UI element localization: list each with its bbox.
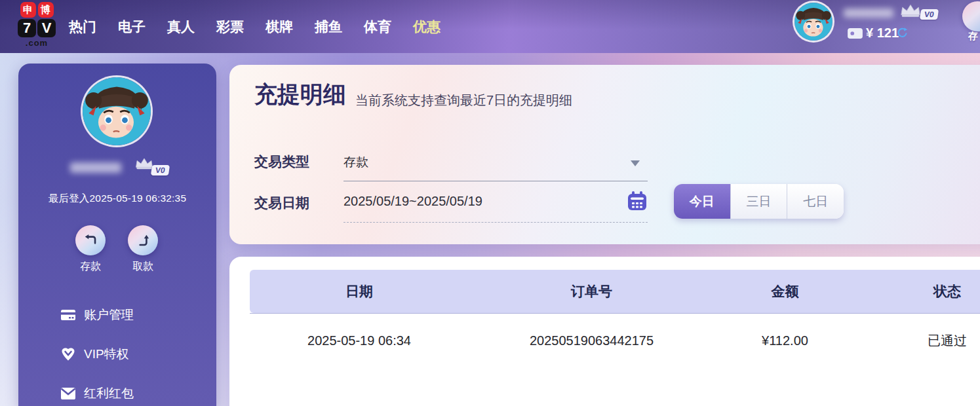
brand-badge-2: 博 [38,2,54,18]
username-blurred [70,162,121,173]
cell-order-no: 20250519063442175 [469,313,715,368]
withdraw-button[interactable] [128,225,158,255]
user-avatar[interactable] [794,3,833,41]
deposit-details-panel: 充提明细 当前系统支持查询最近7日的充提明细 交易类型 存款 交易日期 2025… [229,65,980,244]
records-table: 日期 订单号 金额 状态 2025-05-19 06:34 2025051906… [250,270,980,368]
cell-amount: ¥112.00 [715,313,855,368]
nav-item-live[interactable]: 真人 [167,18,195,36]
nav-item-hot[interactable]: 热门 [69,18,96,36]
vip-level-badge[interactable]: V0 [151,165,170,175]
vip-level-badge[interactable]: V0 [920,9,939,20]
transaction-type-label: 交易类型 [254,153,309,171]
refresh-balance-icon[interactable] [896,27,909,39]
chevron-down-icon[interactable] [631,160,640,171]
withdraw-arrow-icon [134,232,151,249]
avatar-illustration [83,77,151,145]
nav-item-promo[interactable]: 优惠 [413,18,441,36]
brand-badges: 申 博 [16,2,58,18]
nav-item-lottery[interactable]: 彩票 [216,18,244,36]
vip-shield-icon [60,346,76,362]
top-nav: 申 博 7 V .com 热门 电子 真人 彩票 棋牌 捕鱼 体育 优惠 [0,0,980,53]
sidebar-item-vip[interactable]: VIP特权 [60,346,129,363]
header-order-no: 订单号 [469,270,715,313]
brand-key-v: V [37,19,56,37]
type-underline [343,181,648,181]
calendar-icon[interactable] [626,190,648,212]
brand-key-7: 7 [18,19,36,37]
wallet-icon [847,27,863,39]
cell-status: 已通过 [855,313,980,368]
floating-deposit-label: 存 [968,30,978,43]
sidebar-item-account[interactable]: 账户管理 [60,306,134,323]
sidebar: V0 最后登入2025-05-19 06:32:35 存款 取款 账户管理 VI… [18,64,216,406]
range-7day-button[interactable]: 七日 [787,184,844,219]
page-title: 充提明细 [254,79,346,110]
avatar-illustration [794,3,833,41]
date-underline [343,222,648,223]
nav-item-sports[interactable]: 体育 [364,18,391,36]
sidebar-item-label: 账户管理 [84,306,134,323]
table-row: 2025-05-19 06:34 20250519063442175 ¥112.… [250,313,980,368]
page-subtitle: 当前系统支持查询最近7日的充提明细 [355,92,572,109]
vip-crown-icon [899,2,922,19]
range-3day-button[interactable]: 三日 [730,184,787,219]
sidebar-item-bonus[interactable]: 红利红包 [60,385,134,402]
withdraw-label: 取款 [123,260,163,274]
date-range-button-group: 今日 三日 七日 [674,184,844,219]
header-amount: 金额 [715,270,855,313]
main-nav: 热门 电子 真人 彩票 棋牌 捕鱼 体育 优惠 [69,0,441,53]
deposit-label: 存款 [71,260,110,274]
sidebar-item-label: VIP特权 [84,346,129,363]
header-status: 状态 [855,270,980,313]
table-header-row: 日期 订单号 金额 状态 [250,270,980,313]
nav-item-fishing[interactable]: 捕鱼 [315,18,342,36]
cell-date: 2025-05-19 06:34 [250,313,469,368]
header-date: 日期 [250,270,469,313]
nav-item-cards[interactable]: 棋牌 [265,18,293,36]
range-today-button[interactable]: 今日 [674,184,730,219]
brand-badge-1: 申 [20,2,36,18]
brand-logo[interactable]: 申 博 7 V .com [16,2,58,48]
transaction-date-label: 交易日期 [254,194,309,212]
bank-card-icon [60,308,76,322]
username-blurred [844,9,893,18]
brand-name: 7 V [16,19,58,37]
brand-tld: .com [16,38,58,48]
nav-item-slots[interactable]: 电子 [118,18,146,36]
records-panel: 日期 订单号 金额 状态 2025-05-19 06:34 2025051906… [229,257,980,406]
balance-amount: ¥ 121 [866,26,899,41]
last-login-text: 最后登入2025-05-19 06:32:35 [18,192,216,206]
transaction-type-select[interactable]: 存款 [343,154,368,171]
deposit-button[interactable] [75,225,106,255]
sidebar-avatar[interactable] [83,77,151,145]
deposit-arrow-icon [82,232,99,249]
date-range-input[interactable]: 2025/05/19~2025/05/19 [343,194,482,209]
red-packet-icon [60,387,76,400]
sidebar-item-label: 红利红包 [84,385,134,402]
